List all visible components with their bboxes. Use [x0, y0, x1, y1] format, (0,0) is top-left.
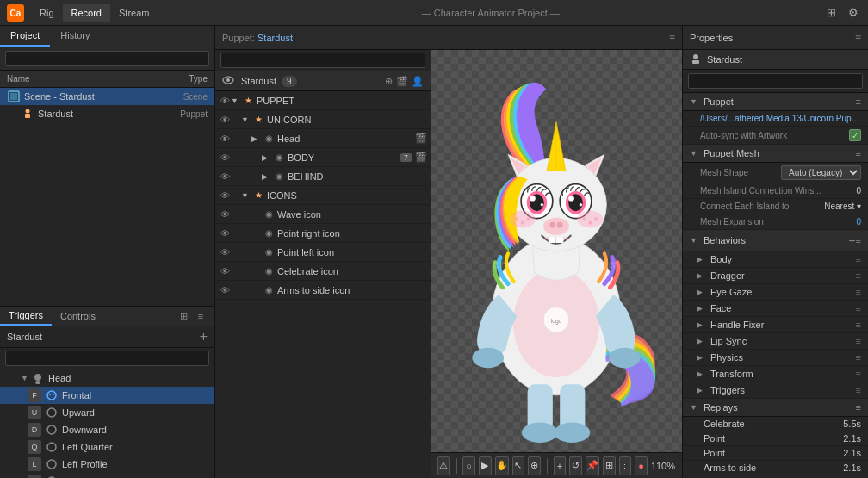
tab-triggers[interactable]: Triggers: [0, 307, 52, 326]
pin-btn[interactable]: 📌: [586, 456, 599, 475]
behavior-dragger-menu[interactable]: ≡: [856, 270, 861, 281]
trigger-left-quarter[interactable]: Q Left Quarter: [0, 438, 214, 456]
behaviors-section-menu[interactable]: ≡: [856, 235, 861, 245]
triggers-search-input[interactable]: [5, 351, 209, 366]
menu-tab-stream[interactable]: Stream: [110, 4, 158, 22]
add-btn[interactable]: +: [554, 456, 567, 475]
section-replays[interactable]: ▼ Replays ≡: [683, 399, 868, 417]
eye-icon-arms[interactable]: 👁: [219, 284, 231, 296]
puppet-row-arms[interactable]: 👁 ◉ Arms to side icon: [215, 281, 431, 300]
replay-point-1[interactable]: Point 2.1s: [683, 431, 868, 446]
puppet-row-puppet[interactable]: 👁 ▼ ★ PUPPET: [215, 91, 431, 110]
section-puppet[interactable]: ▼ Puppet ≡: [683, 93, 868, 111]
zoom-btn[interactable]: ⊕: [528, 456, 541, 475]
tree-row-puppet[interactable]: Stardust Puppet: [0, 105, 214, 122]
puppet-row-point-left[interactable]: 👁 ◉ Point left icon: [215, 243, 431, 262]
eye-icon-unicorn[interactable]: 👁: [219, 114, 231, 126]
tab-controls[interactable]: Controls: [52, 307, 104, 325]
triggers-add-button[interactable]: +: [200, 329, 208, 345]
properties-menu-icon[interactable]: ≡: [855, 32, 861, 44]
expand-icons[interactable]: ▼: [241, 191, 250, 200]
auto-sync-checkbox[interactable]: ✓: [849, 129, 861, 141]
mesh-section-menu[interactable]: ≡: [856, 148, 861, 158]
eye-icon-pr[interactable]: 👁: [219, 227, 231, 239]
film-icon[interactable]: 🎬: [396, 76, 408, 87]
properties-search-input[interactable]: [688, 73, 863, 89]
behavior-triggers[interactable]: ▶ Triggers ≡: [683, 382, 868, 399]
behavior-lip-sync[interactable]: ▶ Lip Sync ≡: [683, 333, 868, 350]
puppet-row-point-right[interactable]: 👁 ◉ Point right icon: [215, 224, 431, 243]
grid-view-icon[interactable]: ⊞: [177, 309, 190, 323]
list-view-icon[interactable]: ≡: [194, 309, 208, 323]
trigger-head-group[interactable]: ▼ Head: [0, 369, 214, 387]
replay-arms[interactable]: Arms to side 2.1s: [683, 461, 868, 475]
replay-celebrate[interactable]: Celebrate 5.5s: [683, 417, 868, 431]
menu-tab-record[interactable]: Record: [63, 4, 110, 22]
trigger-frontal[interactable]: F Frontal: [0, 387, 214, 404]
tree-row-scene[interactable]: Scene - Stardust Scene: [0, 88, 214, 105]
behavior-eg-menu[interactable]: ≡: [856, 287, 861, 297]
warning-btn[interactable]: ⚠: [437, 456, 450, 475]
settings-icon[interactable]: ⚙: [846, 5, 861, 21]
behavior-face[interactable]: ▶ Face ≡: [683, 301, 868, 317]
puppet-row-body[interactable]: 👁 ▶ ◉ BODY 7 🎬: [215, 148, 431, 167]
trigger-right-quarter[interactable]: E Right Quarter: [0, 473, 214, 478]
eye-icon-behind[interactable]: 👁: [219, 171, 231, 183]
play-btn[interactable]: ▶: [479, 456, 492, 475]
behavior-handle-fixer[interactable]: ▶ Handle Fixer ≡: [683, 317, 868, 333]
eye-icon-head[interactable]: 👁: [219, 133, 231, 145]
circle-btn[interactable]: ○: [462, 456, 475, 475]
puppet-row-behind[interactable]: 👁 ▶ ◉ BEHIND: [215, 167, 431, 186]
person-icon[interactable]: 👤: [412, 76, 424, 87]
puppet-warp-btn[interactable]: ⋮: [619, 456, 632, 475]
expand-behind[interactable]: ▶: [262, 172, 270, 181]
behavior-transform[interactable]: ▶ Transform ≡: [683, 366, 868, 382]
record-btn[interactable]: ●: [635, 456, 648, 475]
puppet-row-celebrate[interactable]: 👁 ◉ Celebrate icon: [215, 262, 431, 281]
trigger-downward[interactable]: D Downward: [0, 421, 214, 438]
eye-icon-puppet[interactable]: 👁: [219, 95, 231, 107]
eye-icon-cel[interactable]: 👁: [219, 265, 231, 277]
monitor-icon[interactable]: ⊞: [823, 5, 839, 21]
behavior-phys-menu[interactable]: ≡: [856, 352, 861, 363]
section-behaviors[interactable]: ▼ Behaviors + ≡: [683, 230, 868, 251]
eye-icon-wave[interactable]: 👁: [219, 208, 231, 220]
behaviors-add-button[interactable]: +: [848, 233, 855, 247]
cursor-btn[interactable]: ↖: [512, 456, 525, 475]
trigger-left-profile[interactable]: L Left Profile: [0, 456, 214, 473]
eye-icon-pl[interactable]: 👁: [219, 246, 231, 258]
puppet-row-unicorn[interactable]: 👁 ▼ ★ UNICORN: [215, 110, 431, 129]
puppet-row-head[interactable]: 👁 ▶ ◉ Head 🎬: [215, 129, 431, 148]
expand-puppet[interactable]: ▼: [231, 96, 239, 105]
tab-project[interactable]: Project: [0, 26, 50, 47]
behavior-trig-menu[interactable]: ≡: [856, 385, 861, 395]
behavior-physics[interactable]: ▶ Physics ≡: [683, 350, 868, 366]
section-puppet-mesh[interactable]: ▼ Puppet Mesh ≡: [683, 145, 868, 163]
behavior-hf-menu[interactable]: ≡: [856, 320, 861, 330]
hand-btn[interactable]: ✋: [495, 456, 509, 475]
expand-head[interactable]: ▶: [251, 134, 260, 143]
eye-icon-icons[interactable]: 👁: [219, 189, 231, 202]
expand-body[interactable]: ▶: [262, 153, 270, 162]
trigger-upward[interactable]: U Upward: [0, 404, 214, 421]
behavior-dragger[interactable]: ▶ Dragger ≡: [683, 268, 868, 284]
behavior-ls-menu[interactable]: ≡: [856, 336, 861, 346]
behavior-eye-gaze[interactable]: ▶ Eye Gaze ≡: [683, 284, 868, 301]
replays-section-menu[interactable]: ≡: [856, 402, 861, 413]
replay-point-2[interactable]: Point 2.1s: [683, 446, 868, 461]
puppet-row-icons[interactable]: 👁 ▼ ★ ICONS: [215, 186, 431, 205]
puppet-row-wave[interactable]: 👁 ◉ Wave icon: [215, 205, 431, 224]
behavior-trans-menu[interactable]: ≡: [856, 369, 861, 379]
behavior-body[interactable]: ▶ Body ≡: [683, 251, 868, 268]
mesh-btn[interactable]: ⊞: [603, 456, 616, 475]
rotate-btn[interactable]: ↺: [569, 456, 582, 475]
eye-icon-body[interactable]: 👁: [219, 152, 231, 164]
behavior-face-menu[interactable]: ≡: [856, 303, 861, 313]
expand-unicorn[interactable]: ▼: [241, 115, 250, 124]
tab-history[interactable]: History: [50, 26, 100, 47]
puppet-section-menu[interactable]: ≡: [856, 96, 861, 107]
mesh-shape-select[interactable]: Auto (Legacy) Auto Manual: [781, 165, 861, 180]
puppet-file-link[interactable]: /Users/...athered Media 13/Unicorn Puppe…: [700, 114, 861, 123]
puppet-search-input[interactable]: [220, 53, 425, 68]
behavior-body-menu[interactable]: ≡: [856, 254, 861, 264]
